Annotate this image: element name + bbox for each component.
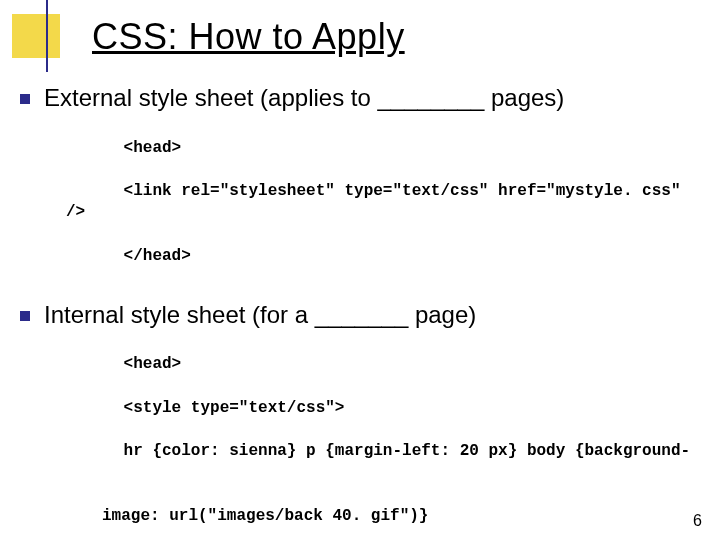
code-line: hr {color: sienna} p {margin-left: 20 px… [124,442,691,460]
bullet-text: External style sheet (applies to _______… [44,84,564,112]
title-accent-line [46,0,48,72]
page-number: 6 [693,512,702,530]
slide-body: External style sheet (applies to _______… [20,78,708,540]
bullet-icon [20,94,30,104]
code-block: <head> <link rel="stylesheet" type="text… [66,116,708,289]
title-accent-box [12,14,60,58]
bullet-text: Internal style sheet (for a _______ page… [44,301,476,329]
code-block: <head> <style type="text/css"> hr {color… [66,333,708,540]
code-line: <head> [124,355,182,373]
bullet-row: Internal style sheet (for a _______ page… [20,301,708,329]
code-line: <head> [124,139,182,157]
code-line: image: url("images/back 40. gif")} [66,506,708,528]
slide: CSS: How to Apply External style sheet (… [0,0,720,540]
bullet-icon [20,311,30,321]
bullet-row: External style sheet (applies to _______… [20,84,708,112]
code-line: <link rel="stylesheet" type="text/css" h… [66,182,690,222]
code-line: <style type="text/css"> [124,399,345,417]
code-line: </head> [124,247,191,265]
slide-title: CSS: How to Apply [92,16,405,58]
